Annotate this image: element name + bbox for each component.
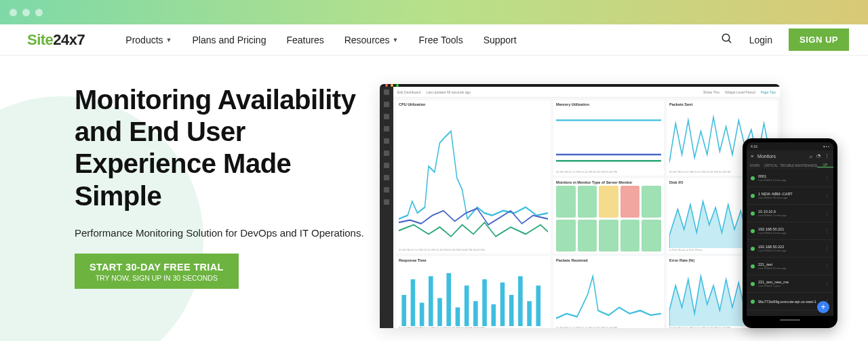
panel-packets-recv: Packets Received 02:06 PM 02:12 PM 02:24…: [553, 256, 664, 328]
nav-item-support[interactable]: Support: [484, 35, 517, 45]
side-icon: [384, 187, 389, 193]
nav-right: Login SIGN UP: [721, 28, 849, 51]
nav-item-resources[interactable]: Resources▼: [344, 35, 399, 45]
status-tile: [556, 186, 576, 218]
svg-rect-17: [536, 285, 541, 326]
nav-label: Free Tools: [419, 35, 463, 45]
status-tile: [620, 186, 640, 218]
panel-chart: [399, 108, 548, 248]
nav-label: Plans and Pricing: [192, 35, 266, 45]
dash-main: Edit Dashboard Last updated 48 seconds a…: [393, 87, 780, 328]
status-dot: [751, 176, 755, 180]
more-icon: ⋮: [825, 264, 829, 269]
status-dot: [751, 194, 755, 198]
more-icon: ⋮: [825, 211, 829, 216]
nav-label: Products: [125, 35, 163, 45]
status-tile: [556, 220, 576, 252]
panel-chart: [556, 186, 661, 252]
subhead: Performance Monitoring Solution for DevO…: [75, 227, 366, 239]
side-icon: [384, 89, 389, 95]
more-icon: ⋮: [825, 153, 829, 159]
phone-screen: 4:16 ▾ ▪ ▪ ≡ Monitors ⌕ ◔ ⋮ DOWN CRITICA…: [747, 142, 833, 324]
dash-sidebar: [380, 87, 393, 328]
dashboard-preview: Edit Dashboard Last updated 48 seconds a…: [380, 84, 780, 328]
panel-response-time: Response Time 01:59 PM 02:00 PM 02:12 PM…: [396, 256, 551, 328]
svg-rect-10: [473, 301, 478, 326]
nav-item-plans[interactable]: Plans and Pricing: [192, 35, 266, 45]
status-dot: [751, 264, 755, 268]
phone-tab-active: UP: [817, 163, 833, 167]
side-icon: [384, 114, 389, 119]
row-name: 96u772w99g.execute-api.us-east-1: [758, 300, 821, 304]
svg-rect-3: [411, 279, 416, 326]
cta-main-text: START 30-DAY FREE TRIAL: [90, 262, 224, 273]
more-icon: ⋮: [825, 281, 829, 287]
side-icon: [384, 175, 389, 180]
phone-row: 221_testLast Polled: 3 mins ago⋮: [747, 258, 833, 275]
bell-icon: ◔: [816, 153, 821, 159]
dash-widget: Widget Level Period: [725, 90, 755, 94]
cta-sub-text: TRY NOW, SIGN UP IN 30 SECONDS: [90, 274, 224, 282]
phone-navbar: [747, 316, 833, 324]
panel-chart: [556, 264, 661, 326]
svg-rect-16: [527, 301, 532, 326]
dash-toolbar: Edit Dashboard Last updated 48 seconds a…: [393, 87, 780, 98]
phone-statusbar: 4:16 ▾ ▪ ▪: [747, 142, 833, 151]
fab-add-button: +: [817, 301, 829, 313]
svg-rect-13: [500, 283, 505, 326]
panel-chart: [399, 264, 548, 326]
panel-title: Memory Utilization: [556, 102, 661, 106]
side-icon: [384, 138, 389, 144]
window-dot: [22, 9, 30, 16]
status-tile: [620, 220, 640, 252]
row-sub: Last Polled: 3 mins ago: [758, 266, 821, 270]
chevron-down-icon: ▼: [166, 37, 172, 43]
svg-point-0: [722, 34, 730, 41]
logo-part1: Site: [27, 31, 53, 48]
dash-body: Edit Dashboard Last updated 48 seconds a…: [380, 87, 780, 328]
phone-row: 192.168.50.221Last Polled: 3 mins ago⋮: [747, 222, 833, 240]
status-dot: [751, 282, 755, 286]
more-icon: ⋮: [825, 176, 829, 181]
more-icon: ⋮: [825, 246, 829, 252]
logo[interactable]: Site24x7: [27, 31, 85, 49]
nav-item-products[interactable]: Products▼: [125, 35, 172, 45]
phone-tab: CRITICAL: [763, 164, 779, 167]
row-sub: Last Polled: 50 secs ago: [758, 196, 821, 199]
phone-tab: TROUBLE: [779, 164, 795, 167]
side-icon: [384, 199, 389, 205]
hero-right: Edit Dashboard Last updated 48 seconds a…: [380, 84, 780, 341]
hamburger-icon: ≡: [751, 154, 753, 159]
svg-rect-12: [491, 304, 496, 326]
row-sub: Last Polled: 4 mins ago: [758, 178, 821, 182]
phone-row: 0001Last Polled: 4 mins ago⋮: [747, 169, 833, 187]
side-icon: [384, 126, 389, 132]
panel-foot: 02:06 PM 02:12 PM 02:24 PM 02:36 PM 02:4…: [399, 248, 548, 252]
cta-button[interactable]: START 30-DAY FREE TRIAL TRY NOW, SIGN UP…: [75, 254, 239, 289]
more-icon: ⋮: [825, 193, 829, 199]
status-tile: [642, 186, 661, 218]
dash-tips: Page Tips: [761, 90, 776, 94]
phone-title: Monitors: [757, 154, 776, 159]
row-sub: Last Polled: 3 mins ago: [758, 231, 821, 235]
dash-updated: Last updated 48 seconds ago: [426, 90, 471, 94]
login-link[interactable]: Login: [749, 35, 772, 45]
svg-rect-2: [401, 295, 406, 326]
nav-item-features[interactable]: Features: [286, 35, 323, 45]
svg-rect-8: [456, 307, 460, 326]
nav-label: Features: [286, 35, 323, 45]
panel-title: Packets Received: [556, 258, 661, 262]
status-dot: [751, 300, 755, 304]
phone-status-icons: ▾ ▪ ▪: [823, 144, 829, 148]
nav-item-freetools[interactable]: Free Tools: [419, 35, 463, 45]
page: Site24x7 Products▼ Plans and Pricing Fea…: [0, 24, 868, 341]
panel-cpu: CPU Utilization 02:06 PM 02:12 PM 02:24 …: [396, 100, 551, 254]
side-icon: [384, 163, 389, 168]
search-icon[interactable]: [721, 33, 733, 47]
phone-tab: DOWN: [747, 164, 763, 167]
svg-rect-4: [420, 303, 425, 327]
panel-foot: 01:59 PM 02:00 PM 02:12 PM 02:24 PM 02:3…: [399, 326, 548, 328]
signup-button[interactable]: SIGN UP: [789, 28, 849, 51]
status-dot: [751, 212, 755, 216]
svg-rect-15: [518, 276, 523, 326]
